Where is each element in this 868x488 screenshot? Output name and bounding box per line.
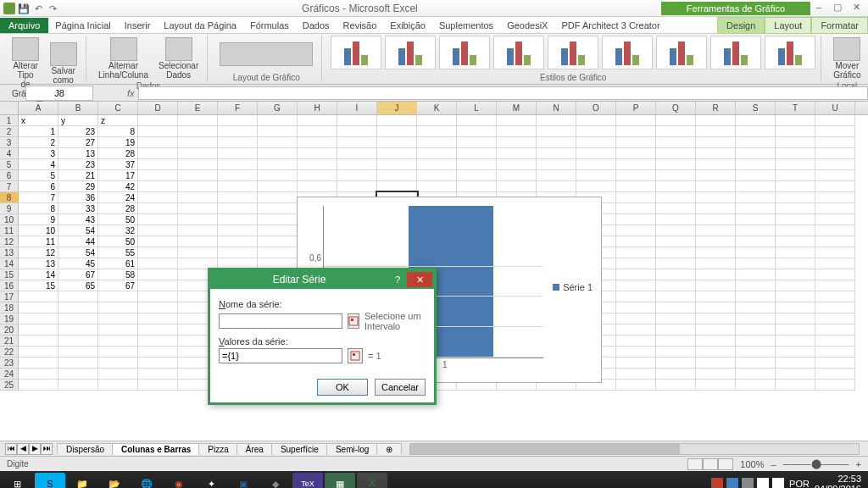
cell-P4[interactable] [616,148,656,159]
cell-S24[interactable] [736,369,776,380]
cell-C9[interactable]: 28 [98,203,138,214]
cell-F6[interactable] [218,170,258,181]
cell-C12[interactable]: 50 [98,236,138,247]
col-header-A[interactable]: A [19,102,58,114]
cell-R22[interactable] [696,347,736,358]
cell-A17[interactable] [19,291,58,302]
cell-T3[interactable] [776,137,815,148]
row-header-13[interactable]: 13 [0,247,19,258]
cell-A3[interactable]: 2 [19,137,58,148]
tray-icon[interactable] [711,478,723,488]
cell-E6[interactable] [178,170,218,181]
chart-style-4[interactable] [548,36,598,69]
cell-A15[interactable]: 14 [19,269,58,280]
cell-U8[interactable] [815,192,855,203]
menu-revisão[interactable]: Revisão [337,18,384,33]
cell-E11[interactable] [178,225,218,236]
taskbar-app1-icon[interactable]: ◉ [164,473,194,488]
col-header-E[interactable]: E [178,102,218,114]
cell-C19[interactable] [98,313,138,324]
row-header-5[interactable]: 5 [0,159,19,170]
cell-C23[interactable] [98,358,138,369]
cell-H3[interactable] [298,137,337,148]
cell-N3[interactable] [537,137,576,148]
cell-R18[interactable] [696,302,736,313]
cell-Q25[interactable] [656,380,696,391]
cell-R9[interactable] [696,203,736,214]
cell-N1[interactable] [537,115,576,126]
cell-I1[interactable] [337,115,377,126]
cell-B22[interactable] [58,347,98,358]
cell-R10[interactable] [696,214,736,225]
cell-F9[interactable] [218,203,258,214]
col-header-M[interactable]: M [497,102,537,114]
cell-R14[interactable] [696,258,736,269]
cell-F2[interactable] [218,126,258,137]
cell-G12[interactable] [258,236,298,247]
cell-E1[interactable] [178,115,218,126]
cell-I3[interactable] [337,137,377,148]
cell-B17[interactable] [58,291,98,302]
range-picker-icon[interactable] [348,348,363,363]
cell-T7[interactable] [776,181,815,192]
cell-A18[interactable] [19,302,58,313]
cell-B25[interactable] [58,380,98,391]
cell-S19[interactable] [736,313,776,324]
cell-R21[interactable] [696,336,736,347]
cell-S4[interactable] [736,148,776,159]
cell-G8[interactable] [258,192,298,203]
cell-G5[interactable] [258,159,298,170]
cell-K3[interactable] [417,137,457,148]
cell-G13[interactable] [258,247,298,258]
cell-Q17[interactable] [656,291,696,302]
cell-C13[interactable]: 55 [98,247,138,258]
cell-B18[interactable] [58,302,98,313]
cell-G2[interactable] [258,126,298,137]
cell-J4[interactable] [377,148,417,159]
cell-C18[interactable] [98,302,138,313]
cell-A20[interactable] [19,324,58,336]
cell-A21[interactable] [19,336,58,347]
start-button[interactable]: ⊞ [0,471,34,488]
menu-layout-da-página[interactable]: Layout da Página [157,18,243,33]
row-header-11[interactable]: 11 [0,225,19,236]
cell-P24[interactable] [616,369,656,380]
cell-U6[interactable] [815,170,855,181]
cell-Q15[interactable] [656,269,696,280]
cell-G11[interactable] [258,225,298,236]
cell-P17[interactable] [616,291,656,302]
sheet-tab-área[interactable]: Área [236,443,273,455]
cell-D20[interactable] [138,324,178,336]
cell-L4[interactable] [457,148,497,159]
cell-T19[interactable] [776,313,815,324]
cell-B12[interactable]: 44 [58,236,98,247]
save-icon[interactable]: 💾 [18,3,30,14]
cell-K1[interactable] [417,115,457,126]
col-header-D[interactable]: D [138,102,178,114]
col-header-R[interactable]: R [696,102,736,114]
col-header-S[interactable]: S [736,102,776,114]
cell-G1[interactable] [258,115,298,126]
cell-S10[interactable] [736,214,776,225]
row-header-18[interactable]: 18 [0,302,19,313]
tray-network-icon[interactable] [757,478,769,488]
cell-O5[interactable] [576,159,616,170]
cell-T22[interactable] [776,347,815,358]
cell-S5[interactable] [736,159,776,170]
cell-E9[interactable] [178,203,218,214]
chart-tab-formatar[interactable]: Formatar [811,17,868,34]
cell-A19[interactable] [19,313,58,324]
cell-C16[interactable]: 67 [98,280,138,291]
cell-P11[interactable] [616,225,656,236]
cell-Q7[interactable] [656,181,696,192]
cell-J5[interactable] [377,159,417,170]
new-sheet-icon[interactable]: ⊕ [376,443,402,455]
cell-L1[interactable] [457,115,497,126]
cell-S1[interactable] [736,115,776,126]
cell-B1[interactable]: y [58,115,98,126]
cell-P1[interactable] [616,115,656,126]
dialog-close-icon[interactable]: ✕ [407,272,432,287]
cell-N6[interactable] [537,170,576,181]
cell-A10[interactable]: 9 [19,214,58,225]
cell-B16[interactable]: 65 [58,280,98,291]
